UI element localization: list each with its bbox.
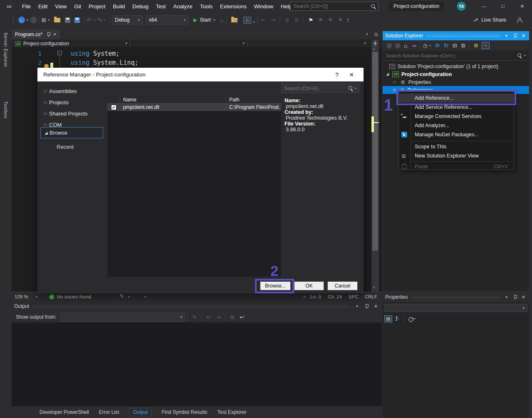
find-in-files-icon[interactable] bbox=[231, 18, 238, 22]
clear-bookmarks-icon[interactable]: ⚑ bbox=[338, 17, 343, 23]
prev-message-icon[interactable]: ⇤ bbox=[206, 315, 211, 320]
cancel-button[interactable]: Cancel bbox=[327, 281, 358, 290]
menu-debug[interactable]: Debug bbox=[129, 3, 152, 10]
search-options-caret[interactable]: ▾ bbox=[524, 54, 526, 57]
word-wrap-icon[interactable]: ↩ bbox=[240, 315, 244, 320]
home-icon[interactable]: ⌂ bbox=[404, 43, 407, 49]
new-project-icon[interactable]: ⊞ bbox=[42, 17, 47, 23]
menu-item-scope-to-this[interactable]: Scope to This bbox=[399, 142, 514, 151]
tab-find-symbol-results[interactable]: Find Symbol Results bbox=[161, 409, 207, 415]
track-changes-icon[interactable]: ✎ bbox=[120, 294, 124, 299]
next-bookmark-icon[interactable]: ⚑ bbox=[328, 17, 333, 23]
menu-project[interactable]: Project bbox=[85, 3, 109, 10]
breadcrumb-type-dropdown[interactable]: ▾ bbox=[130, 39, 246, 47]
menu-view[interactable]: View bbox=[51, 3, 70, 10]
property-key-icon[interactable] bbox=[408, 317, 416, 321]
pin-icon[interactable] bbox=[513, 295, 517, 300]
indent-icon[interactable]: ⇥ bbox=[271, 17, 275, 23]
output-source-dropdown[interactable]: ▾ bbox=[60, 313, 185, 322]
feedback-person-icon[interactable] bbox=[517, 17, 522, 22]
editor-scrollbar[interactable]: ▴ ▾ bbox=[371, 47, 379, 292]
alphabetical-sort-button[interactable]: AZ ↓ bbox=[396, 316, 400, 321]
navigate-back-icon[interactable]: ← bbox=[18, 17, 25, 23]
window-layout-caret[interactable]: ▾ bbox=[253, 21, 255, 27]
refresh-icon[interactable]: ⟳ bbox=[435, 43, 440, 48]
tab-test-explorer[interactable]: Test Explorer bbox=[218, 409, 247, 415]
save-all-icon[interactable] bbox=[74, 17, 80, 23]
close-icon[interactable]: ✕ bbox=[522, 34, 525, 38]
scroll-up-icon[interactable]: ▴ bbox=[373, 47, 375, 51]
pin-icon[interactable] bbox=[47, 32, 51, 37]
tab-server-explorer[interactable]: Server Explorer bbox=[3, 32, 8, 67]
ok-button[interactable]: OK bbox=[294, 281, 324, 290]
menu-item-manage-connected-services[interactable]: ☁ + Manage Connected Services bbox=[399, 112, 514, 121]
live-share-label[interactable]: Live Share bbox=[481, 17, 506, 23]
window-position-caret[interactable]: ▾ bbox=[505, 295, 507, 299]
menu-file[interactable]: File bbox=[18, 3, 35, 10]
dialog-close-icon[interactable]: ✕ bbox=[345, 72, 358, 78]
checkbox-checked[interactable]: ✓ bbox=[111, 105, 116, 110]
categorized-view-button[interactable]: ▤ bbox=[384, 315, 392, 322]
start-caret[interactable]: ▾ bbox=[213, 18, 215, 22]
quick-search-input[interactable] bbox=[293, 3, 371, 9]
scroll-left-icon[interactable]: ◂ bbox=[144, 295, 146, 299]
comment-icon[interactable]: ≣ bbox=[285, 17, 290, 23]
redo-icon[interactable]: ↷ bbox=[97, 17, 102, 23]
open-folder-icon[interactable] bbox=[54, 18, 60, 22]
breadcrumb-member-dropdown[interactable]: ▾ bbox=[247, 39, 368, 47]
menu-window[interactable]: Window bbox=[250, 3, 277, 10]
pending-changes-filter-icon[interactable]: ◷ bbox=[423, 43, 427, 48]
toolbar-grip[interactable] bbox=[12, 16, 14, 24]
uncomment-icon[interactable]: ≣ bbox=[294, 17, 299, 23]
menu-analyze[interactable]: Analyze bbox=[169, 3, 196, 10]
hot-reload-icon[interactable]: ♨ bbox=[219, 17, 224, 23]
outdent-icon[interactable]: ⇤ bbox=[261, 17, 266, 23]
document-list-caret[interactable]: ▾ bbox=[366, 32, 368, 36]
pin-icon[interactable] bbox=[513, 33, 517, 38]
collapsed-icon[interactable]: ▷ bbox=[393, 80, 396, 84]
clear-all-icon[interactable]: ≣ bbox=[230, 315, 235, 320]
log-file-icon[interactable]: ✎ bbox=[192, 315, 197, 320]
nav-browse[interactable]: ◢Browse bbox=[40, 127, 103, 138]
menu-edit[interactable]: Edit bbox=[35, 3, 51, 10]
toolbar-overflow-caret[interactable]: ▾ bbox=[347, 18, 349, 22]
collapsed-icon[interactable]: ▷ bbox=[393, 88, 396, 92]
menu-extensions[interactable]: Extensions bbox=[216, 3, 250, 10]
scroll-down-icon[interactable]: ▾ bbox=[373, 286, 375, 289]
output-title-bar[interactable]: Output ▾ ✕ bbox=[12, 302, 382, 311]
back-dropdown-caret[interactable]: ▾ bbox=[27, 18, 29, 22]
solution-explorer-search[interactable]: ▾ bbox=[383, 51, 529, 61]
breadcrumb-project-dropdown[interactable]: C# Project-configuration ▾ bbox=[13, 39, 129, 47]
solution-configuration-dropdown[interactable]: Debug ▾ bbox=[112, 15, 143, 25]
close-tab-icon[interactable]: ✕ bbox=[53, 32, 57, 37]
split-editor-handle[interactable]: ╪ bbox=[371, 40, 379, 47]
properties-wrench-icon[interactable]: ⚙ bbox=[473, 43, 478, 48]
switch-views-icon[interactable]: ∞ bbox=[412, 43, 416, 48]
bookmark-icon[interactable]: ⚑ bbox=[308, 17, 313, 23]
scroll-right-icon[interactable]: ▸ bbox=[304, 295, 306, 299]
tab-output[interactable]: Output bbox=[129, 408, 151, 416]
dialog-title-bar[interactable]: Reference Manager - Project-configuratio… bbox=[37, 68, 364, 81]
tree-item-properties[interactable]: ▷ ⚙ Properties bbox=[383, 78, 529, 86]
se-back-icon[interactable]: ← bbox=[386, 43, 392, 49]
dialog-search-input[interactable] bbox=[284, 86, 349, 91]
close-icon[interactable]: ✕ bbox=[374, 304, 378, 309]
sync-with-active-document-icon[interactable]: ↻ bbox=[444, 43, 448, 48]
save-icon[interactable] bbox=[65, 17, 70, 23]
issues-indicator[interactable]: No issues found bbox=[57, 294, 91, 299]
tab-program-cs[interactable]: Program.cs* ✕ bbox=[12, 29, 60, 39]
menu-item-add-analyzer[interactable]: Add Analyzer... bbox=[399, 121, 514, 130]
solution-platform-dropdown[interactable]: x64 ▾ bbox=[146, 15, 188, 25]
expanded-icon[interactable]: ◢ bbox=[386, 72, 389, 76]
live-share-icon[interactable]: ↪ bbox=[472, 16, 479, 24]
help-icon[interactable]: ? bbox=[329, 72, 345, 78]
collapse-all-icon[interactable]: ⊟ bbox=[453, 43, 457, 48]
preview-selected-icon[interactable]: ⧉ bbox=[461, 43, 465, 48]
menu-build[interactable]: Build bbox=[109, 3, 129, 10]
show-all-files-toggle[interactable]: − bbox=[482, 42, 490, 49]
tree-item-project[interactable]: ◢ C# Project-configuration bbox=[383, 70, 529, 78]
search-caret[interactable]: ▾ bbox=[355, 87, 356, 90]
prev-bookmark-icon[interactable]: ⚑ bbox=[318, 17, 323, 23]
column-divider[interactable] bbox=[226, 96, 226, 103]
solution-explorer-title-bar[interactable]: Solution Explorer ▾ ✕ bbox=[383, 31, 529, 40]
